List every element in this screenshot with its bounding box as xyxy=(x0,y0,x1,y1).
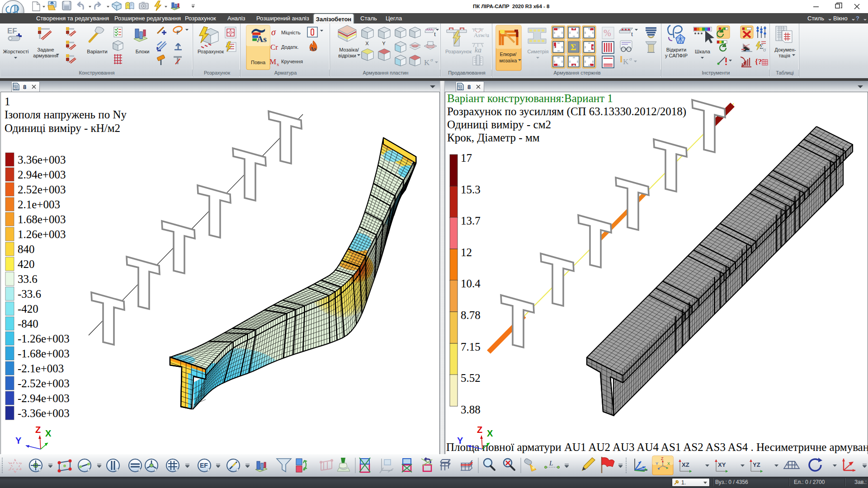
svg-text:Y: Y xyxy=(382,41,386,46)
svg-text:Докумен-: Докумен- xyxy=(774,47,796,52)
svg-text:420: 420 xyxy=(18,258,35,270)
svg-text:2.52e+003: 2.52e+003 xyxy=(18,183,66,196)
svg-text:Z: Z xyxy=(661,456,664,461)
svg-text:-420: -420 xyxy=(18,303,38,315)
svg-text:-33.6: -33.6 xyxy=(18,288,41,300)
svg-text:-1.68e+003: -1.68e+003 xyxy=(18,347,70,360)
svg-text:As: As xyxy=(310,45,316,52)
svg-text:8.78: 8.78 xyxy=(461,309,481,321)
svg-text:-2.52e+003: -2.52e+003 xyxy=(18,377,70,389)
svg-text:Розрахунок: Розрахунок xyxy=(198,49,224,54)
svg-text:-1.26e+003: -1.26e+003 xyxy=(18,333,70,345)
svg-text:7.15: 7.15 xyxy=(461,341,481,353)
svg-text:Мозаїка/: Мозаїка/ xyxy=(339,47,359,52)
svg-text:XY: XY xyxy=(718,461,726,468)
svg-text:Одиниці виміру - кН/м2: Одиниці виміру - кН/м2 xyxy=(5,122,120,134)
svg-text:Y: Y xyxy=(15,436,22,446)
svg-text:20: 20 xyxy=(14,86,18,90)
svg-text:As: As xyxy=(257,34,267,44)
svg-text:EF: EF xyxy=(200,462,208,469)
svg-text:Жорсткості: Жорсткості xyxy=(3,49,29,54)
svg-text:5.52: 5.52 xyxy=(461,372,481,384)
svg-text:Кручення: Кручення xyxy=(281,59,303,64)
svg-text:K: K xyxy=(424,58,430,67)
svg-text:X: X xyxy=(365,41,369,46)
svg-text:%: % xyxy=(604,28,611,38)
svg-text:Блоки: Блоки xyxy=(136,49,150,54)
svg-text:-840: -840 xyxy=(18,318,38,330)
svg-text:840: 840 xyxy=(18,243,35,255)
svg-text:t: t xyxy=(434,30,436,38)
svg-text:у САПФІР: у САПФІР xyxy=(665,53,688,58)
svg-text:Відкрити: Відкрити xyxy=(666,47,686,52)
svg-text:1: 1 xyxy=(5,95,10,108)
svg-text:σ: σ xyxy=(430,57,433,62)
svg-text:ka: ka xyxy=(475,46,481,54)
svg-text:1.26e+003: 1.26e+003 xyxy=(18,228,66,240)
svg-text:Крок, Діаметр - мм: Крок, Діаметр - мм xyxy=(447,131,540,144)
svg-text:Z: Z xyxy=(35,425,41,435)
svg-text:3.88: 3.88 xyxy=(461,404,481,416)
svg-text:Варіант конструювання:Вариант: Варіант конструювання:Вариант 1 xyxy=(447,92,613,104)
svg-text:σ: σ xyxy=(763,47,766,53)
svg-text:σ: σ xyxy=(629,56,632,61)
svg-text:Шкала: Шкала xyxy=(695,49,711,54)
svg-text:Повна: Повна xyxy=(251,60,266,65)
svg-text:K: K xyxy=(623,57,629,66)
svg-text:1.68e+003: 1.68e+003 xyxy=(18,213,66,225)
svg-text:13.7: 13.7 xyxy=(461,215,481,227)
svg-text:Cr: Cr xyxy=(270,43,278,52)
svg-text:XZ: XZ xyxy=(682,461,689,468)
svg-text:t: t xyxy=(631,30,633,38)
svg-text:10.4: 10.4 xyxy=(461,277,481,290)
svg-text:відрізки: відрізки xyxy=(338,53,356,58)
svg-text:Одиниці виміру - см2: Одиниці виміру - см2 xyxy=(447,118,551,131)
svg-text:-3.36e+003: -3.36e+003 xyxy=(18,407,70,419)
svg-text:17: 17 xyxy=(461,152,472,164)
svg-text:-2.94e+003: -2.94e+003 xyxy=(18,392,70,404)
svg-text:X: X xyxy=(45,428,52,438)
svg-text:2.94e+003: 2.94e+003 xyxy=(18,169,66,181)
svg-text:Площа повної арматури AU1 AU2: Площа повної арматури AU1 AU2 AU3 AU4 AS… xyxy=(446,441,868,453)
svg-text:Міцність: Міцність xyxy=(281,30,301,35)
svg-text:15.3: 15.3 xyxy=(461,183,481,196)
svg-text:L: L xyxy=(549,460,553,467)
svg-text:8: 8 xyxy=(467,84,471,90)
svg-text:8: 8 xyxy=(23,84,26,90)
svg-text:Asw/u: Asw/u xyxy=(474,32,489,38)
svg-text:M: M xyxy=(269,57,276,66)
svg-text:Додатк.: Додатк. xyxy=(281,44,299,50)
svg-text:YZ: YZ xyxy=(753,461,760,468)
svg-text:Y: Y xyxy=(457,436,463,446)
svg-text:Задане: Задане xyxy=(37,47,54,52)
svg-text:Z: Z xyxy=(477,425,482,435)
svg-text:EF: EF xyxy=(7,27,17,35)
svg-text:Розрахунок: Розрахунок xyxy=(445,49,472,54)
svg-text:-2.1e+003: -2.1e+003 xyxy=(18,362,64,375)
svg-text:Ізополя напружень по Ny: Ізополя напружень по Ny xyxy=(5,108,127,121)
svg-text:X: X xyxy=(667,461,670,466)
svg-text:Епюри/: Епюри/ xyxy=(500,52,517,57)
svg-text:Σ: Σ xyxy=(571,42,576,52)
svg-text:Симетрія: Симетрія xyxy=(528,49,549,54)
svg-text:мозаїка: мозаїка xyxy=(500,58,518,63)
svg-text:σ: σ xyxy=(271,27,276,37)
svg-text:Варіанти: Варіанти xyxy=(87,49,107,54)
svg-text:X: X xyxy=(487,428,493,438)
svg-text:P: P xyxy=(176,29,179,36)
svg-text:20: 20 xyxy=(458,86,462,90)
svg-text:2.1e+003: 2.1e+003 xyxy=(18,198,60,211)
svg-text:тація: тація xyxy=(778,53,790,58)
svg-text:3.36e+003: 3.36e+003 xyxy=(18,154,66,166)
svg-text:Розрахунок по зусиллям (СП 63.: Розрахунок по зусиллям (СП 63.13330.2012… xyxy=(447,105,686,118)
svg-text:Y: Y xyxy=(656,461,658,466)
svg-text:33.6: 33.6 xyxy=(18,273,38,285)
svg-text:12: 12 xyxy=(461,246,472,258)
svg-text:x: x xyxy=(277,61,279,67)
svg-text:армування: армування xyxy=(33,53,58,58)
